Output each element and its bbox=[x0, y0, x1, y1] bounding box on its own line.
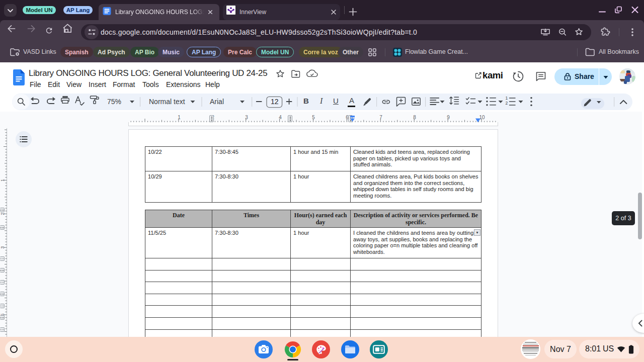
svg-text:1: 1 bbox=[0, 179, 5, 182]
svg-text:2: 2 bbox=[0, 213, 5, 215]
svg-text:1: 1 bbox=[506, 96, 508, 101]
svg-text:3: 3 bbox=[0, 246, 5, 249]
svg-text:2: 2 bbox=[506, 101, 508, 106]
